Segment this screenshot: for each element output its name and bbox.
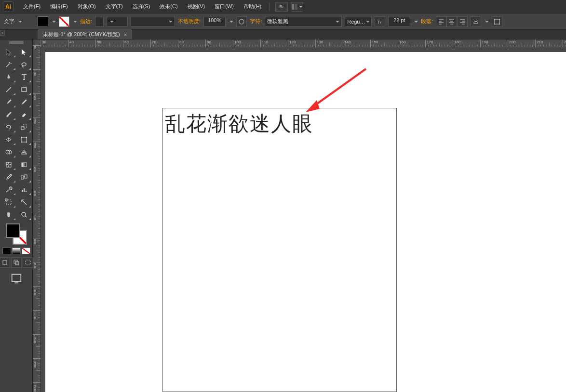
column-graph-tool[interactable] (17, 184, 31, 196)
close-tab-icon[interactable]: × (124, 32, 127, 38)
arrange-documents-button[interactable] (291, 2, 303, 12)
rotate-tool[interactable] (1, 121, 16, 133)
panel-collapse-grip[interactable]: « (0, 30, 5, 36)
character-panel-label[interactable]: 字符: (250, 18, 262, 25)
opacity-label[interactable]: 不透明度: (178, 18, 201, 25)
fill-color-swatch[interactable] (6, 223, 20, 238)
color-mode-solid[interactable] (2, 248, 11, 254)
font-family-field[interactable]: 微软雅黑 (265, 17, 342, 26)
text-frame[interactable]: 乱花渐欲迷人眼 (162, 108, 397, 392)
align-left-button[interactable] (436, 16, 446, 27)
font-size-dropdown-icon[interactable] (413, 19, 418, 24)
svg-rect-29 (22, 137, 27, 142)
svg-point-20 (499, 19, 500, 20)
svg-rect-44 (24, 188, 25, 192)
opacity-field[interactable]: 100% (203, 17, 226, 26)
font-style-field[interactable]: Regu… (345, 17, 372, 26)
type-tool[interactable] (17, 71, 31, 83)
draw-normal-button[interactable] (0, 257, 10, 268)
draw-inside-button[interactable] (23, 257, 33, 268)
ruler-tick: 130 (33, 358, 40, 359)
hand-tool[interactable] (1, 209, 16, 221)
zoom-tool[interactable] (17, 209, 31, 221)
ruler-tick: 90 (33, 262, 40, 262)
recolor-artwork-button[interactable] (236, 16, 247, 27)
scale-tool[interactable] (17, 121, 31, 133)
line-segment-tool[interactable] (1, 84, 16, 95)
svg-line-56 (312, 69, 366, 107)
screen-mode-button[interactable] (10, 274, 23, 284)
pencil-tool[interactable] (17, 96, 31, 108)
slice-tool[interactable] (17, 196, 31, 208)
text-content[interactable]: 乱花渐欲迷人眼 (163, 108, 396, 139)
paintbrush-tool[interactable] (1, 96, 16, 108)
menu-object[interactable]: 对象(O) (73, 1, 101, 12)
font-size-field[interactable]: 22 pt (388, 17, 410, 26)
color-mode-gradient[interactable] (12, 248, 21, 254)
selection-tool[interactable] (1, 46, 16, 58)
menu-select[interactable]: 选择(S) (128, 1, 155, 12)
ruler-tick: 70 (33, 214, 40, 214)
fill-dropdown-icon[interactable] (51, 19, 56, 24)
direct-selection-tool[interactable] (17, 46, 31, 58)
canvas-viewport[interactable]: 乱花渐欲迷人眼 (40, 47, 566, 392)
blend-tool[interactable] (17, 171, 31, 183)
tool-context-dropdown-icon[interactable] (17, 19, 22, 24)
free-transform-tool[interactable] (17, 134, 31, 145)
menu-type[interactable]: 文字(T) (101, 1, 128, 12)
stroke-weight-select[interactable] (107, 17, 128, 26)
rectangle-tool[interactable] (17, 84, 31, 95)
pen-tool[interactable] (1, 71, 16, 83)
gradient-tool[interactable] (17, 159, 31, 170)
color-picker[interactable] (6, 223, 27, 245)
variable-width-profile[interactable] (131, 17, 175, 26)
document-tab[interactable]: 未标题-1* @ 200% (CMYK/预览) × (38, 29, 132, 39)
transform-panel-button[interactable] (492, 16, 502, 27)
envelope-dropdown-icon[interactable] (484, 19, 489, 24)
stroke-label[interactable]: 描边: (80, 18, 92, 25)
menu-effect[interactable]: 效果(C) (155, 1, 182, 12)
workspace: 0102030405060708090100110120130140 乱花渐欲迷… (0, 39, 566, 392)
ruler-tick: 120 (33, 334, 40, 335)
color-mode-none[interactable] (22, 248, 30, 254)
paragraph-align-group (436, 16, 468, 27)
stroke-dropdown-icon[interactable] (72, 19, 77, 24)
width-tool[interactable] (1, 134, 16, 145)
symbol-sprayer-tool[interactable] (1, 184, 16, 196)
blob-brush-tool[interactable] (1, 109, 16, 120)
menu-view[interactable]: 视图(V) (183, 1, 210, 12)
menu-file[interactable]: 文件(F) (18, 1, 45, 12)
align-center-button[interactable] (446, 16, 457, 27)
magic-wand-tool[interactable] (1, 59, 16, 70)
mesh-tool[interactable] (1, 159, 16, 170)
tools-panel-grip[interactable] (9, 41, 24, 44)
lasso-tool[interactable] (17, 59, 31, 70)
vertical-ruler[interactable]: 0102030405060708090100110120130140 (33, 47, 40, 392)
artboard-tool[interactable] (1, 196, 16, 208)
app-logo: Ai (3, 1, 13, 12)
svg-point-22 (499, 24, 500, 25)
svg-text:T: T (380, 21, 382, 24)
ruler-tick: 140 (33, 382, 40, 383)
menu-window[interactable]: 窗口(W) (210, 1, 239, 12)
artboard: 乱花渐欲迷人眼 (45, 52, 566, 392)
bridge-button[interactable]: Br (275, 2, 288, 12)
menu-help[interactable]: 帮助(H) (239, 1, 266, 12)
fill-swatch[interactable] (38, 16, 48, 27)
make-envelope-button[interactable] (471, 16, 481, 27)
draw-behind-button[interactable] (11, 257, 22, 268)
eyedropper-tool[interactable] (1, 171, 16, 183)
svg-point-48 (22, 212, 26, 216)
ruler-tick: 40 (33, 142, 40, 142)
menu-edit[interactable]: 编辑(E) (45, 1, 73, 12)
align-right-button[interactable] (457, 16, 468, 27)
shape-builder-tool[interactable] (1, 146, 16, 158)
opacity-dropdown-icon[interactable] (229, 19, 233, 24)
svg-point-21 (494, 24, 495, 25)
paragraph-panel-label[interactable]: 段落: (421, 18, 433, 25)
eraser-tool[interactable] (17, 109, 31, 120)
stroke-swatch[interactable] (59, 16, 69, 27)
perspective-grid-tool[interactable] (17, 146, 31, 158)
ruler-tick: 60 (33, 190, 40, 190)
stroke-weight-field[interactable] (95, 17, 104, 26)
